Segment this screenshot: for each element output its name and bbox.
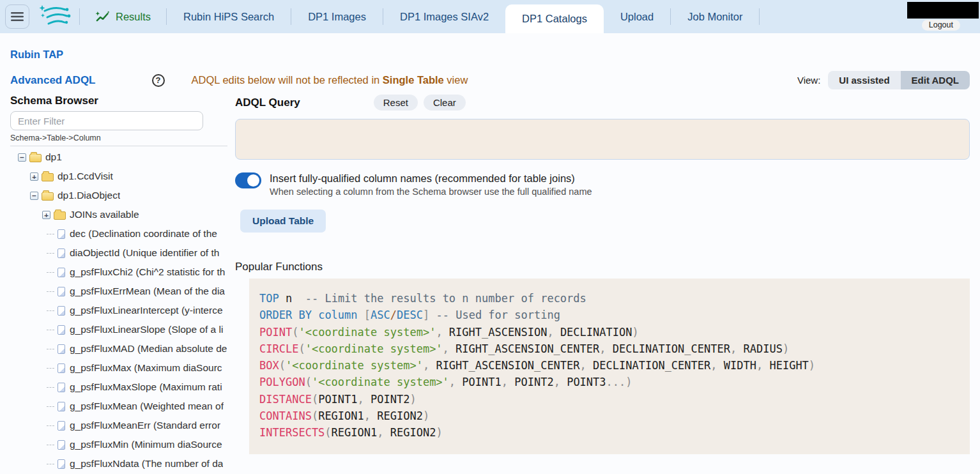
tree-item-dec[interactable]: dec (Declination coordinate of the (10, 224, 227, 243)
fully-qualified-toggle[interactable] (235, 172, 261, 188)
column-icon (57, 402, 65, 411)
tree-item-JOINs[interactable]: +JOINs available (10, 205, 227, 224)
tree-item-label: g_psfFluxMeanErr (Standard error (70, 420, 220, 431)
code-line: ORDER BY column [ASC/DESC] -- Used for s… (259, 307, 960, 323)
tab-job-monitor[interactable]: Job Monitor (671, 0, 759, 33)
column-icon (57, 287, 65, 296)
tree-item-label: diaObjectId (Unique identifier of th (70, 247, 219, 259)
tree-item-dp1[interactable]: −dp1 (10, 148, 227, 167)
tree-item-g_psfFluxLinearSlope[interactable]: g_psfFluxLinearSlope (Slope of a li (10, 320, 227, 339)
folder-icon (42, 173, 54, 181)
tree-item-label: g_psfFluxMax (Maximum diaSourc (70, 362, 222, 374)
tree-item-g_psfFluxMin[interactable]: g_psfFluxMin (Minimum diaSource (10, 435, 227, 454)
adql-query-textarea[interactable] (235, 119, 970, 160)
toggle-knob-icon (247, 174, 259, 187)
tree-item-g_psfFluxLinearIntercept[interactable]: g_psfFluxLinearIntercept (y-interce (10, 301, 227, 320)
tab-upload[interactable]: Upload (604, 0, 670, 33)
tree-item-label: g_psfFluxLinearSlope (Slope of a li (70, 324, 223, 335)
tree-item-g_psfFluxMeanErr[interactable]: g_psfFluxMeanErr (Standard error (10, 416, 227, 435)
tab-dp1-images[interactable]: DP1 Images (291, 0, 383, 33)
column-icon (57, 229, 65, 239)
page-title: Rubin TAP (10, 49, 980, 61)
tree-item-dp1.CcdVisit[interactable]: +dp1.CcdVisit (10, 167, 227, 186)
nav-tabs: Rubin HiPS SearchDP1 ImagesDP1 Images SI… (167, 0, 760, 33)
tree-item-label: g_psfFluxLinearIntercept (y-interce (70, 305, 223, 316)
code-block: TOP n -- Limit the results to n number o… (249, 279, 970, 454)
tree-item-g_psfFluxChi2[interactable]: g_psfFluxChi2 (Chi^2 statistic for th (10, 263, 227, 282)
view-option-edit-adql[interactable]: Edit ADQL (901, 71, 970, 89)
tree-item-g_psfFluxMean[interactable]: g_psfFluxMean (Weighted mean of (10, 397, 227, 416)
folder-icon (42, 192, 54, 201)
nav-divider (759, 8, 760, 25)
view-label: View: (797, 75, 820, 86)
results-label: Results (116, 11, 151, 23)
hamburger-menu-button[interactable] (5, 4, 29, 29)
tree-item-label: JOINs available (70, 209, 139, 220)
tree-connector (47, 445, 54, 445)
adql-query-title: ADQL Query (235, 96, 300, 109)
tree-connector (47, 387, 54, 388)
code-line: INTERSECTS(REGION1, REGION2) (259, 424, 960, 441)
help-icon[interactable]: ? (152, 74, 165, 87)
column-icon (57, 306, 65, 316)
schema-filter-input[interactable] (10, 111, 203, 130)
tree-item-label: g_psfFluxMin (Minimum diaSource (70, 439, 222, 450)
folder-icon (54, 211, 66, 220)
code-line: BOX('<coordinate system>', RIGHT_ASCENSI… (259, 357, 960, 374)
main-content: Schema Browser Schema->Table->Column −dp… (10, 95, 980, 474)
tree-item-g_psfFluxErrMean[interactable]: g_psfFluxErrMean (Mean of the dia (10, 282, 227, 301)
tree-connector (47, 349, 54, 349)
schema-browser-title: Schema Browser (10, 95, 227, 107)
schema-hint: Schema->Table->Column (10, 134, 227, 146)
collapse-icon[interactable]: − (18, 153, 26, 162)
tree-item-label: g_psfFluxMaxSlope (Maximum rati (70, 381, 222, 393)
adql-panel: ADQL Query Reset Clear Insert fully-qual… (235, 95, 980, 454)
warning-suffix: view (444, 74, 468, 86)
tree-item-g_psfFluxNdata[interactable]: g_psfFluxNdata (The number of da (10, 454, 227, 473)
tree-item-g_psfFluxMax[interactable]: g_psfFluxMax (Maximum diaSourc (10, 358, 227, 378)
advanced-adql-row: Advanced ADQL ? ADQL edits below will no… (10, 71, 970, 89)
folder-icon (29, 154, 42, 162)
schema-tree: −dp1+dp1.CcdVisit−dp1.DiaObject+JOINs av… (10, 148, 227, 474)
tree-item-label: dp1.CcdVisit (57, 171, 113, 182)
logout-button[interactable]: Logout (922, 20, 960, 31)
column-icon (57, 459, 65, 469)
tree-connector (47, 291, 54, 292)
reset-button[interactable]: Reset (374, 95, 418, 111)
tree-item-label: dec (Declination coordinate of the (70, 228, 217, 240)
view-option-ui-assisted[interactable]: UI assisted (828, 71, 900, 89)
tree-item-label: g_psfFluxChi2 (Chi^2 statistic for th (70, 266, 225, 278)
tree-item-g_psfFluxMaxSlope[interactable]: g_psfFluxMaxSlope (Maximum rati (10, 378, 227, 397)
tree-item-g_psfFluxMAD[interactable]: g_psfFluxMAD (Median absolute de (10, 339, 227, 358)
hamburger-icon (11, 11, 24, 22)
tab-dp1-images-siav2[interactable]: DP1 Images SIAv2 (383, 0, 505, 33)
code-line: DISTANCE(POINT1, POINT2) (259, 391, 960, 408)
tab-rubin-hips-search[interactable]: Rubin HiPS Search (167, 0, 291, 33)
tab-dp1-catalogs[interactable]: DP1 Catalogs (505, 4, 604, 33)
column-icon (57, 344, 65, 354)
view-toggle: UI assistedEdit ADQL (828, 71, 970, 89)
tree-connector (47, 330, 54, 330)
expand-icon[interactable]: + (42, 211, 50, 219)
advanced-adql-link[interactable]: Advanced ADQL (10, 74, 96, 87)
expand-icon[interactable]: + (30, 172, 38, 181)
tree-connector (47, 368, 54, 369)
tree-connector (47, 272, 54, 273)
tree-item-label: g_psfFluxNdata (The number of da (70, 458, 223, 470)
adql-header: ADQL Query Reset Clear (235, 95, 970, 111)
popular-functions-title: Popular Functions (235, 261, 970, 273)
code-line: CIRCLE('<coordinate system>', RIGHT_ASCE… (259, 340, 960, 357)
tree-item-label: dp1 (45, 151, 62, 163)
tree-item-dp1.DiaObject[interactable]: −dp1.DiaObject (10, 186, 227, 205)
tab-results[interactable]: Results (80, 0, 166, 33)
toggle-label: Insert fully-qualified column names (rec… (270, 172, 592, 185)
tree-connector (47, 253, 54, 254)
warning-bold: Single Table (383, 74, 444, 86)
code-line: POLYGON('<coordinate system>', POINT1, P… (259, 374, 960, 390)
column-icon (57, 268, 65, 277)
upload-table-button[interactable]: Upload Table (240, 210, 326, 233)
tree-item-diaObjectId[interactable]: diaObjectId (Unique identifier of th (10, 243, 227, 263)
collapse-icon[interactable]: − (30, 192, 38, 200)
clear-button[interactable]: Clear (424, 95, 466, 111)
tree-item-label: g_psfFluxErrMean (Mean of the dia (70, 286, 225, 297)
